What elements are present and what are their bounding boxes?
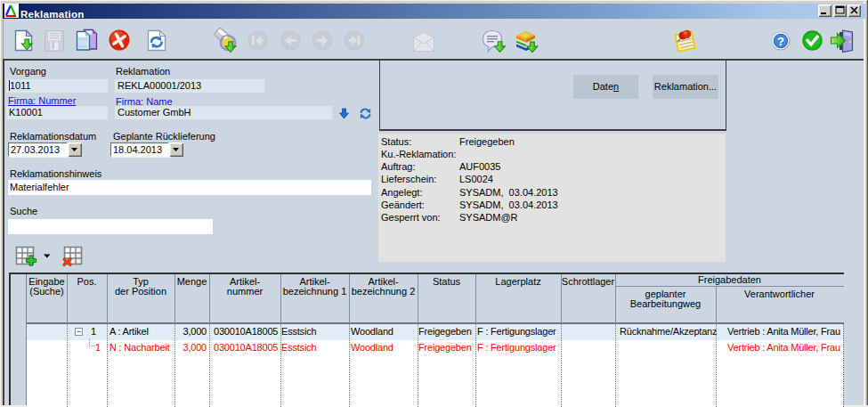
svg-text:?: ?	[777, 35, 784, 48]
